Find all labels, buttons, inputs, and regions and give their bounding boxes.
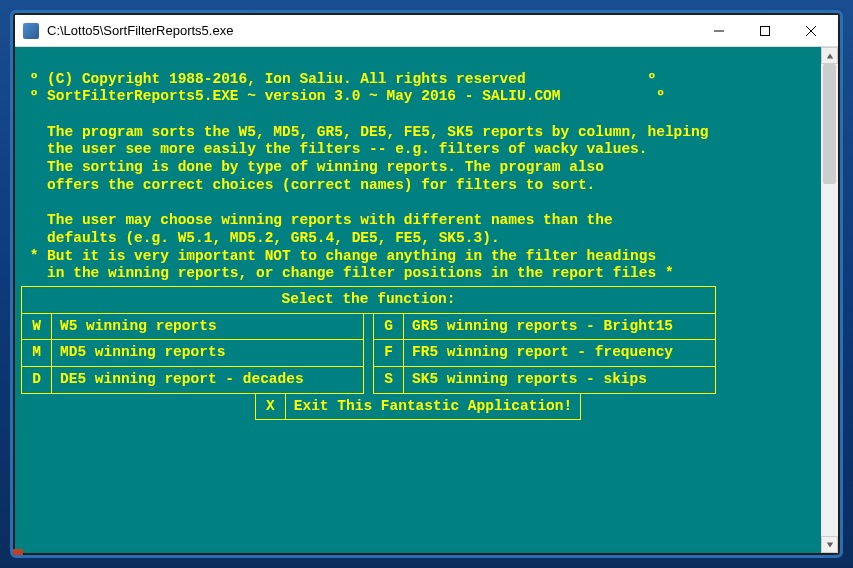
exit-menu: XExit This Fantastic Application!	[255, 394, 581, 421]
menu-label-x[interactable]: Exit This Fantastic Application!	[285, 394, 580, 420]
menu-row: DDE5 winning report - decadesSSK5 winnin…	[22, 367, 716, 394]
menu-key-f[interactable]: F	[374, 340, 404, 367]
menu-key-s[interactable]: S	[374, 367, 404, 394]
titlebar: C:\Lotto5\SortFilterReports5.exe	[15, 15, 838, 47]
scroll-up-button[interactable]	[821, 47, 838, 64]
close-button[interactable]	[788, 16, 834, 46]
console-output: º (C) Copyright 1988-2016, Ion Saliu. Al…	[15, 47, 821, 553]
app-icon	[23, 23, 39, 39]
version-line: º SortFilterReports5.EXE ~ version 3.0 ~…	[21, 88, 665, 104]
desc-line: The sorting is done by type of winning r…	[21, 159, 604, 175]
minimize-button[interactable]	[696, 16, 742, 46]
desc-line: The user may choose winning reports with…	[21, 212, 613, 228]
scroll-thumb[interactable]	[823, 64, 836, 184]
function-menu: Select the function: WW5 winning reports…	[21, 286, 716, 394]
vertical-scrollbar[interactable]	[821, 47, 838, 553]
menu-label-s[interactable]: SK5 winning reports - skips	[404, 367, 716, 394]
menu-key-d[interactable]: D	[22, 367, 52, 394]
scroll-down-button[interactable]	[821, 536, 838, 553]
menu-label-g[interactable]: GR5 winning reports - Bright15	[404, 313, 716, 340]
svg-rect-1	[761, 26, 770, 35]
warn-line: * But it is very important NOT to change…	[21, 248, 656, 264]
desc-line: defaults (e.g. W5.1, MD5.2, GR5.4, DE5, …	[21, 230, 500, 246]
menu-key-m[interactable]: M	[22, 340, 52, 367]
svg-marker-4	[826, 53, 832, 58]
desc-line: The program sorts the W5, MD5, GR5, DE5,…	[21, 124, 708, 140]
warn-line: in the winning reports, or change filter…	[21, 265, 674, 281]
window-title: C:\Lotto5\SortFilterReports5.exe	[47, 23, 696, 38]
corner-marker	[13, 549, 23, 555]
svg-marker-5	[826, 542, 832, 547]
maximize-button[interactable]	[742, 16, 788, 46]
menu-row: WW5 winning reportsGGR5 winning reports …	[22, 313, 716, 340]
desc-line: the user see more easily the filters -- …	[21, 141, 648, 157]
menu-label-d[interactable]: DE5 winning report - decades	[52, 367, 364, 394]
menu-key-x[interactable]: X	[255, 394, 285, 420]
menu-label-w[interactable]: W5 winning reports	[52, 313, 364, 340]
menu-row: MMD5 winning reportsFFR5 winning report …	[22, 340, 716, 367]
app-window: C:\Lotto5\SortFilterReports5.exe º (C) C…	[15, 15, 838, 553]
menu-key-w[interactable]: W	[22, 313, 52, 340]
menu-key-g[interactable]: G	[374, 313, 404, 340]
menu-label-m[interactable]: MD5 winning reports	[52, 340, 364, 367]
menu-header: Select the function:	[22, 286, 716, 313]
copyright-line: º (C) Copyright 1988-2016, Ion Saliu. Al…	[21, 71, 656, 87]
scroll-track[interactable]	[821, 64, 838, 536]
menu-label-f[interactable]: FR5 winning report - frequency	[404, 340, 716, 367]
desc-line: offers the correct choices (correct name…	[21, 177, 595, 193]
